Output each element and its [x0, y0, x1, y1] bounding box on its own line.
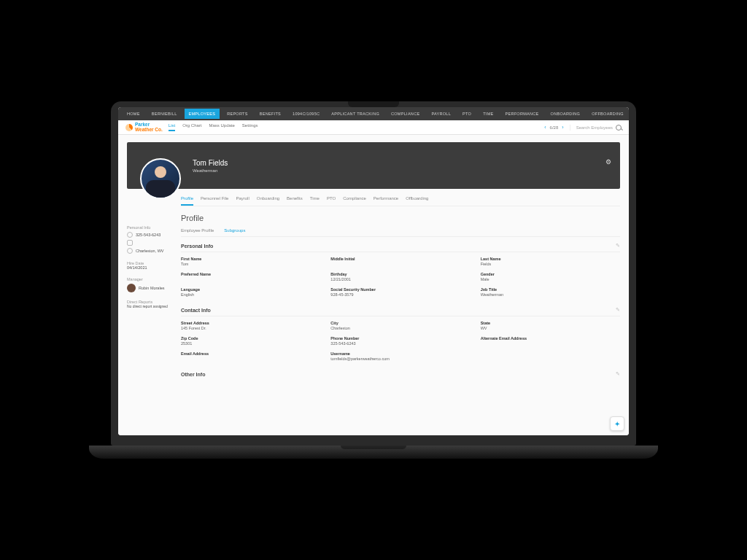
top-nav: HOME BERNIEBILL EMPLOYEES REPORTS BENEFI… [118, 107, 629, 120]
sidebar-directreports-value: No direct report assigned [127, 304, 172, 308]
section-contact-info: Contact Info ✎ Street Address145 Forest … [181, 307, 620, 361]
nav-compliance[interactable]: COMPLIANCE [387, 109, 424, 119]
viewtab-employee-profile[interactable]: Employee Profile [181, 228, 214, 233]
employee-tabs: Profile Personnel File Payroll Onboardin… [181, 190, 620, 206]
tab-benefits[interactable]: Benefits [287, 196, 303, 206]
field: First NameTom [181, 257, 320, 266]
field-label: Job Title [481, 287, 620, 292]
field: Street Address145 Forest Dr. [181, 321, 320, 330]
nav-offboarding[interactable]: OFFBOARDING [587, 109, 628, 119]
edit-personal-icon[interactable]: ✎ [616, 243, 620, 249]
nav-1094c[interactable]: 1094C/1095C [288, 109, 324, 119]
tab-performance[interactable]: Performance [374, 196, 398, 206]
sidebar-manager[interactable]: Robin Morales [127, 284, 172, 292]
tab-pto[interactable]: PTO [327, 196, 336, 206]
nav-home[interactable]: HOME [123, 109, 144, 119]
nav-performance[interactable]: PERFORMANCE [501, 109, 543, 119]
search-icon [616, 125, 622, 131]
field-label: State [481, 321, 620, 325]
field: Last NameFields [481, 257, 620, 266]
pager-prev-icon[interactable]: ‹ [544, 125, 546, 130]
nav-reports[interactable]: REPORTS [222, 109, 252, 119]
field-label: Social Security Number [330, 287, 470, 292]
field-label: First Name [181, 257, 320, 261]
search-box[interactable]: Search Employees [570, 125, 622, 131]
sidebar-phone: 325-543-6243 [136, 233, 160, 237]
profile-name: Tom Fields [193, 159, 228, 167]
phone-icon [127, 232, 133, 238]
search-placeholder: Search Employees [576, 125, 613, 130]
field-value: Male [481, 277, 620, 281]
brand-logo[interactable]: Parker Weather Co. [125, 122, 163, 132]
nav-time[interactable]: TIME [479, 109, 498, 119]
screen-bezel: HOME BERNIEBILL EMPLOYEES REPORTS BENEFI… [111, 101, 636, 446]
viewtab-subgroups[interactable]: Subgroups [224, 228, 245, 233]
profile-role: Weatherman [193, 168, 228, 173]
tab-offboarding[interactable]: Offboarding [406, 196, 428, 206]
section-title-personal: Personal Info [181, 244, 213, 249]
field-label: Phone Number [330, 336, 470, 341]
subtab-orgchart[interactable]: Org Chart [182, 123, 201, 131]
field-label: City [330, 321, 470, 325]
field-value: 325-543-6243 [330, 341, 470, 346]
manager-avatar [127, 284, 136, 292]
nav-employees[interactable]: EMPLOYEES [185, 109, 220, 119]
sidebar-hiredate: 04/14/2021 [127, 265, 172, 270]
field-value: WV [481, 326, 620, 330]
profile-photo[interactable] [140, 158, 181, 199]
sub-bar: Parker Weather Co. List Org Chart Mass U… [118, 120, 629, 135]
edit-contact-icon[interactable]: ✎ [616, 307, 620, 313]
help-fab[interactable]: ✦ [610, 416, 624, 431]
sidebar-personal-info-label: Personal Info [127, 225, 172, 230]
tab-onboarding[interactable]: Onboarding [257, 196, 279, 206]
edit-other-icon[interactable]: ✎ [616, 371, 620, 377]
field: Job TitleWeatherman [481, 287, 620, 297]
field: Zip Code25301 [181, 336, 320, 346]
brand-line2: Weather Co. [135, 128, 163, 133]
field: LanguageEnglish [181, 287, 320, 297]
pager: ‹ 6/28 › [544, 125, 563, 130]
laptop-base [89, 446, 658, 459]
nav-payroll[interactable]: PAYROLL [427, 109, 455, 119]
profile-sidebar: Personal Info 325-543-6243 Charleston, W… [127, 189, 172, 390]
subtab-settings[interactable]: Settings [242, 123, 258, 131]
field-value: Weatherman [481, 292, 620, 297]
tab-profile[interactable]: Profile [181, 196, 193, 206]
tab-personnel-file[interactable]: Personnel File [201, 196, 228, 206]
nav-benefits[interactable]: BENEFITS [255, 109, 285, 119]
sub-tabs: List Org Chart Mass Update Settings [169, 123, 258, 131]
subtab-massupdate[interactable]: Mass Update [209, 123, 235, 131]
view-tabs: Employee Profile Subgroups [181, 228, 620, 237]
field-label: Alternate Email Address [481, 336, 620, 341]
field-label: Gender [481, 272, 620, 276]
field-label: Preferred Name [181, 272, 320, 276]
field: Phone Number325-543-6243 [330, 336, 470, 346]
subtab-list[interactable]: List [169, 123, 175, 131]
nav-pto[interactable]: PTO [458, 109, 476, 119]
location-icon [127, 248, 133, 254]
gear-icon[interactable]: ⚙ [605, 158, 611, 166]
field: Social Security Number928-45-3579 [330, 287, 470, 297]
page-title: Profile [181, 214, 620, 222]
sidebar-location: Charleston, WV [136, 249, 164, 253]
notch [348, 101, 399, 107]
field-value: English [181, 292, 320, 297]
brand-mark-icon [125, 124, 133, 131]
pager-next-icon[interactable]: › [562, 125, 563, 130]
field-label: Language [181, 287, 320, 292]
manager-name: Robin Morales [139, 286, 164, 290]
field: StateWV [481, 321, 620, 330]
field: Birthday12/21/2001 [330, 272, 470, 281]
field-label: Email Address [181, 351, 320, 356]
laptop-frame: HOME BERNIEBILL EMPLOYEES REPORTS BENEFI… [111, 101, 636, 459]
nav-onboarding[interactable]: ONBOARDING [546, 109, 585, 119]
tab-compliance[interactable]: Compliance [343, 196, 366, 206]
nav-berniebill[interactable]: BERNIEBILL [147, 109, 182, 119]
nav-applicant-tracking[interactable]: APPLICANT TRACKING [327, 109, 384, 119]
mail-icon [127, 240, 133, 246]
section-title-contact: Contact Info [181, 308, 211, 313]
field-label: Birthday [330, 272, 470, 276]
tab-time[interactable]: Time [310, 196, 320, 206]
field [481, 351, 620, 361]
tab-payroll[interactable]: Payroll [236, 196, 249, 206]
